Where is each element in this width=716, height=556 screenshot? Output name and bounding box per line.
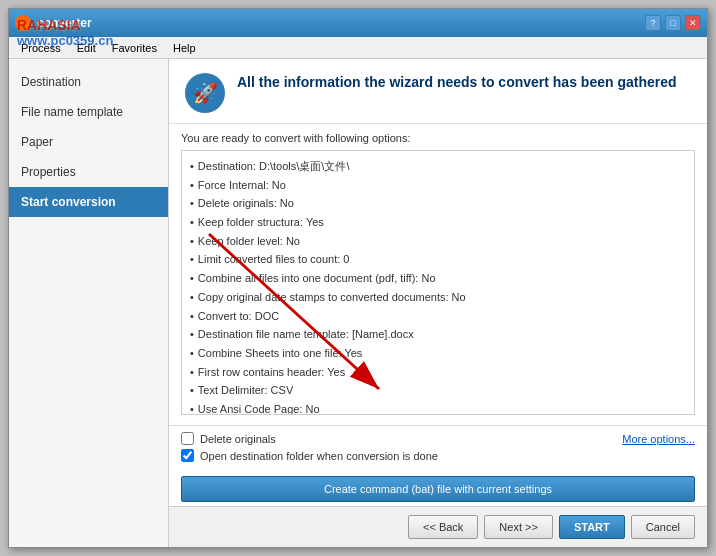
sidebar: Destination File name template Paper Pro… — [9, 59, 169, 547]
open-destination-label: Open destination folder when conversion … — [200, 450, 438, 462]
menu-process[interactable]: Process — [13, 40, 69, 56]
bullet-icon: • — [190, 400, 194, 415]
bullet-icon: • — [190, 325, 194, 344]
panel-header: 🚀 All the information the wizard needs t… — [169, 59, 707, 124]
next-button[interactable]: Next >> — [484, 515, 553, 539]
delete-originals-row: Delete originals More options... — [181, 432, 695, 445]
bullet-icon: • — [190, 176, 194, 195]
bullet-icon: • — [190, 194, 194, 213]
panel-title: All the information the wizard needs to … — [237, 73, 677, 91]
start-button[interactable]: START — [559, 515, 625, 539]
bullet-icon: • — [190, 288, 194, 307]
bullet-icon: • — [190, 381, 194, 400]
rocket-icon: 🚀 — [193, 81, 218, 105]
bullet-icon: • — [190, 307, 194, 326]
settings-intro: You are ready to convert with following … — [181, 132, 695, 144]
bullet-icon: • — [190, 213, 194, 232]
bottom-options: Delete originals More options... Open de… — [169, 425, 707, 472]
sidebar-item-destination[interactable]: Destination — [9, 67, 168, 97]
delete-originals-checkbox[interactable] — [181, 432, 194, 445]
setting-row: •Text Delimiter: CSV — [190, 381, 686, 400]
delete-originals-label: Delete originals — [200, 433, 276, 445]
setting-row: •Copy original date stamps to converted … — [190, 288, 686, 307]
setting-row: •Combine all files into one document (pd… — [190, 269, 686, 288]
menu-favorites[interactable]: Favorites — [104, 40, 165, 56]
nav-buttons: << Back Next >> START Cancel — [169, 506, 707, 547]
setting-row: •Keep folder level: No — [190, 232, 686, 251]
open-destination-row: Open destination folder when conversion … — [181, 449, 695, 462]
bullet-icon: • — [190, 344, 194, 363]
title-bar-text: converter — [37, 16, 645, 30]
setting-row: •Keep folder structura: Yes — [190, 213, 686, 232]
create-command-button[interactable]: Create command (bat) file with current s… — [181, 476, 695, 502]
minimize-button[interactable]: ? — [645, 15, 661, 31]
bullet-icon: • — [190, 269, 194, 288]
title-bar-icon — [15, 15, 31, 31]
more-options-link[interactable]: More options... — [622, 433, 695, 445]
sidebar-item-paper[interactable]: Paper — [9, 127, 168, 157]
main-window: converter ? □ ✕ Process Edit Favorites H… — [8, 8, 708, 548]
bullet-icon: • — [190, 250, 194, 269]
bullet-icon: • — [190, 363, 194, 382]
bullet-icon: • — [190, 232, 194, 251]
setting-row: •Limit converted files to count: 0 — [190, 250, 686, 269]
setting-row: •Combine Sheets into one file: Yes — [190, 344, 686, 363]
title-bar-buttons: ? □ ✕ — [645, 15, 701, 31]
sidebar-item-file-name-template[interactable]: File name template — [9, 97, 168, 127]
maximize-button[interactable]: □ — [665, 15, 681, 31]
back-button[interactable]: << Back — [408, 515, 478, 539]
setting-row: •Destination file name template: [Name].… — [190, 325, 686, 344]
setting-row: •Convert to: DOC — [190, 307, 686, 326]
right-panel: 🚀 All the information the wizard needs t… — [169, 59, 707, 547]
content-area: Destination File name template Paper Pro… — [9, 59, 707, 547]
open-destination-checkbox[interactable] — [181, 449, 194, 462]
title-bar: converter ? □ ✕ — [9, 9, 707, 37]
settings-scroll[interactable]: •Destination: D:\tools\桌面\文件\•Force Inte… — [181, 150, 695, 415]
menu-bar: Process Edit Favorites Help — [9, 37, 707, 59]
menu-help[interactable]: Help — [165, 40, 204, 56]
settings-area: You are ready to convert with following … — [169, 124, 707, 425]
setting-row: •Use Ansi Code Page: No — [190, 400, 686, 415]
menu-edit[interactable]: Edit — [69, 40, 104, 56]
cancel-button[interactable]: Cancel — [631, 515, 695, 539]
sidebar-item-start-conversion[interactable]: Start conversion — [9, 187, 168, 217]
header-icon: 🚀 — [185, 73, 225, 113]
bullet-icon: • — [190, 157, 194, 176]
setting-row: •Delete originals: No — [190, 194, 686, 213]
setting-row: •Force Internal: No — [190, 176, 686, 195]
setting-row: •First row contains header: Yes — [190, 363, 686, 382]
close-button[interactable]: ✕ — [685, 15, 701, 31]
sidebar-item-properties[interactable]: Properties — [9, 157, 168, 187]
setting-row: •Destination: D:\tools\桌面\文件\ — [190, 157, 686, 176]
